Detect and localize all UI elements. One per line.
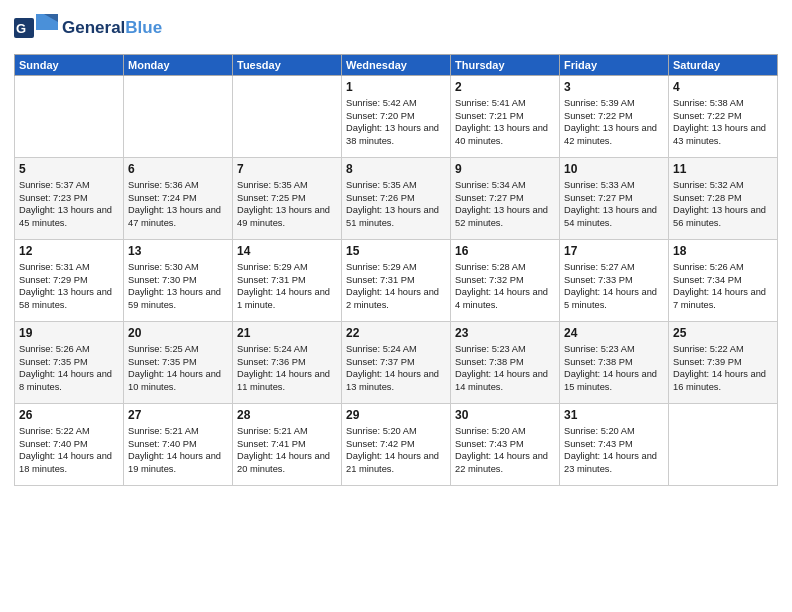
day-info: Sunrise: 5:28 AMSunset: 7:32 PMDaylight:… xyxy=(455,261,555,311)
day-info: Sunrise: 5:35 AMSunset: 7:25 PMDaylight:… xyxy=(237,179,337,229)
day-info: Sunrise: 5:26 AMSunset: 7:34 PMDaylight:… xyxy=(673,261,773,311)
day-number: 6 xyxy=(128,161,228,177)
calendar-header-row: SundayMondayTuesdayWednesdayThursdayFrid… xyxy=(15,55,778,76)
calendar-cell: 24Sunrise: 5:23 AMSunset: 7:38 PMDayligh… xyxy=(560,322,669,404)
calendar-cell: 17Sunrise: 5:27 AMSunset: 7:33 PMDayligh… xyxy=(560,240,669,322)
day-number: 5 xyxy=(19,161,119,177)
calendar-week-row: 26Sunrise: 5:22 AMSunset: 7:40 PMDayligh… xyxy=(15,404,778,486)
day-number: 12 xyxy=(19,243,119,259)
calendar-cell: 1Sunrise: 5:42 AMSunset: 7:20 PMDaylight… xyxy=(342,76,451,158)
header: G GeneralBlue xyxy=(14,10,778,46)
day-info: Sunrise: 5:20 AMSunset: 7:43 PMDaylight:… xyxy=(455,425,555,475)
day-number: 26 xyxy=(19,407,119,423)
day-number: 2 xyxy=(455,79,555,95)
day-info: Sunrise: 5:21 AMSunset: 7:40 PMDaylight:… xyxy=(128,425,228,475)
day-info: Sunrise: 5:29 AMSunset: 7:31 PMDaylight:… xyxy=(346,261,446,311)
calendar-week-row: 19Sunrise: 5:26 AMSunset: 7:35 PMDayligh… xyxy=(15,322,778,404)
calendar-cell xyxy=(233,76,342,158)
day-number: 16 xyxy=(455,243,555,259)
day-number: 27 xyxy=(128,407,228,423)
day-info: Sunrise: 5:42 AMSunset: 7:20 PMDaylight:… xyxy=(346,97,446,147)
calendar-cell: 8Sunrise: 5:35 AMSunset: 7:26 PMDaylight… xyxy=(342,158,451,240)
day-info: Sunrise: 5:27 AMSunset: 7:33 PMDaylight:… xyxy=(564,261,664,311)
calendar-cell xyxy=(15,76,124,158)
day-number: 10 xyxy=(564,161,664,177)
calendar-cell: 15Sunrise: 5:29 AMSunset: 7:31 PMDayligh… xyxy=(342,240,451,322)
calendar-cell: 23Sunrise: 5:23 AMSunset: 7:38 PMDayligh… xyxy=(451,322,560,404)
calendar-cell: 22Sunrise: 5:24 AMSunset: 7:37 PMDayligh… xyxy=(342,322,451,404)
day-number: 30 xyxy=(455,407,555,423)
day-number: 21 xyxy=(237,325,337,341)
day-info: Sunrise: 5:24 AMSunset: 7:36 PMDaylight:… xyxy=(237,343,337,393)
day-info: Sunrise: 5:26 AMSunset: 7:35 PMDaylight:… xyxy=(19,343,119,393)
day-info: Sunrise: 5:20 AMSunset: 7:42 PMDaylight:… xyxy=(346,425,446,475)
day-number: 22 xyxy=(346,325,446,341)
calendar-cell: 28Sunrise: 5:21 AMSunset: 7:41 PMDayligh… xyxy=(233,404,342,486)
calendar-cell xyxy=(669,404,778,486)
day-number: 3 xyxy=(564,79,664,95)
day-info: Sunrise: 5:20 AMSunset: 7:43 PMDaylight:… xyxy=(564,425,664,475)
calendar-cell: 13Sunrise: 5:30 AMSunset: 7:30 PMDayligh… xyxy=(124,240,233,322)
day-number: 18 xyxy=(673,243,773,259)
weekday-header: Sunday xyxy=(15,55,124,76)
calendar-week-row: 5Sunrise: 5:37 AMSunset: 7:23 PMDaylight… xyxy=(15,158,778,240)
weekday-header: Monday xyxy=(124,55,233,76)
day-info: Sunrise: 5:32 AMSunset: 7:28 PMDaylight:… xyxy=(673,179,773,229)
calendar-cell: 29Sunrise: 5:20 AMSunset: 7:42 PMDayligh… xyxy=(342,404,451,486)
day-number: 7 xyxy=(237,161,337,177)
calendar-week-row: 1Sunrise: 5:42 AMSunset: 7:20 PMDaylight… xyxy=(15,76,778,158)
day-number: 31 xyxy=(564,407,664,423)
calendar-cell: 9Sunrise: 5:34 AMSunset: 7:27 PMDaylight… xyxy=(451,158,560,240)
day-number: 8 xyxy=(346,161,446,177)
svg-text:G: G xyxy=(16,21,26,36)
day-number: 25 xyxy=(673,325,773,341)
page: G GeneralBlue SundayMondayTuesdayWednesd… xyxy=(0,0,792,612)
day-number: 19 xyxy=(19,325,119,341)
day-number: 23 xyxy=(455,325,555,341)
day-number: 28 xyxy=(237,407,337,423)
day-info: Sunrise: 5:31 AMSunset: 7:29 PMDaylight:… xyxy=(19,261,119,311)
day-number: 29 xyxy=(346,407,446,423)
day-info: Sunrise: 5:24 AMSunset: 7:37 PMDaylight:… xyxy=(346,343,446,393)
weekday-header: Thursday xyxy=(451,55,560,76)
calendar-cell: 2Sunrise: 5:41 AMSunset: 7:21 PMDaylight… xyxy=(451,76,560,158)
day-number: 11 xyxy=(673,161,773,177)
calendar-cell: 30Sunrise: 5:20 AMSunset: 7:43 PMDayligh… xyxy=(451,404,560,486)
weekday-header: Tuesday xyxy=(233,55,342,76)
day-info: Sunrise: 5:36 AMSunset: 7:24 PMDaylight:… xyxy=(128,179,228,229)
day-info: Sunrise: 5:23 AMSunset: 7:38 PMDaylight:… xyxy=(455,343,555,393)
day-number: 4 xyxy=(673,79,773,95)
calendar-cell: 5Sunrise: 5:37 AMSunset: 7:23 PMDaylight… xyxy=(15,158,124,240)
calendar-cell xyxy=(124,76,233,158)
logo-text: GeneralBlue xyxy=(62,19,162,38)
day-number: 1 xyxy=(346,79,446,95)
calendar-cell: 10Sunrise: 5:33 AMSunset: 7:27 PMDayligh… xyxy=(560,158,669,240)
calendar-cell: 31Sunrise: 5:20 AMSunset: 7:43 PMDayligh… xyxy=(560,404,669,486)
logo: G GeneralBlue xyxy=(14,10,162,46)
day-info: Sunrise: 5:37 AMSunset: 7:23 PMDaylight:… xyxy=(19,179,119,229)
calendar-cell: 14Sunrise: 5:29 AMSunset: 7:31 PMDayligh… xyxy=(233,240,342,322)
day-number: 20 xyxy=(128,325,228,341)
calendar-cell: 27Sunrise: 5:21 AMSunset: 7:40 PMDayligh… xyxy=(124,404,233,486)
calendar-body: 1Sunrise: 5:42 AMSunset: 7:20 PMDaylight… xyxy=(15,76,778,486)
logo-icon: G xyxy=(14,10,58,46)
day-number: 17 xyxy=(564,243,664,259)
day-info: Sunrise: 5:29 AMSunset: 7:31 PMDaylight:… xyxy=(237,261,337,311)
day-info: Sunrise: 5:23 AMSunset: 7:38 PMDaylight:… xyxy=(564,343,664,393)
day-info: Sunrise: 5:38 AMSunset: 7:22 PMDaylight:… xyxy=(673,97,773,147)
calendar-cell: 11Sunrise: 5:32 AMSunset: 7:28 PMDayligh… xyxy=(669,158,778,240)
day-info: Sunrise: 5:22 AMSunset: 7:40 PMDaylight:… xyxy=(19,425,119,475)
calendar-table: SundayMondayTuesdayWednesdayThursdayFrid… xyxy=(14,54,778,486)
weekday-header: Saturday xyxy=(669,55,778,76)
calendar-cell: 6Sunrise: 5:36 AMSunset: 7:24 PMDaylight… xyxy=(124,158,233,240)
day-info: Sunrise: 5:41 AMSunset: 7:21 PMDaylight:… xyxy=(455,97,555,147)
weekday-header: Wednesday xyxy=(342,55,451,76)
calendar-cell: 25Sunrise: 5:22 AMSunset: 7:39 PMDayligh… xyxy=(669,322,778,404)
day-number: 15 xyxy=(346,243,446,259)
calendar-cell: 18Sunrise: 5:26 AMSunset: 7:34 PMDayligh… xyxy=(669,240,778,322)
calendar-cell: 19Sunrise: 5:26 AMSunset: 7:35 PMDayligh… xyxy=(15,322,124,404)
calendar-cell: 20Sunrise: 5:25 AMSunset: 7:35 PMDayligh… xyxy=(124,322,233,404)
calendar-cell: 3Sunrise: 5:39 AMSunset: 7:22 PMDaylight… xyxy=(560,76,669,158)
day-info: Sunrise: 5:35 AMSunset: 7:26 PMDaylight:… xyxy=(346,179,446,229)
day-info: Sunrise: 5:25 AMSunset: 7:35 PMDaylight:… xyxy=(128,343,228,393)
